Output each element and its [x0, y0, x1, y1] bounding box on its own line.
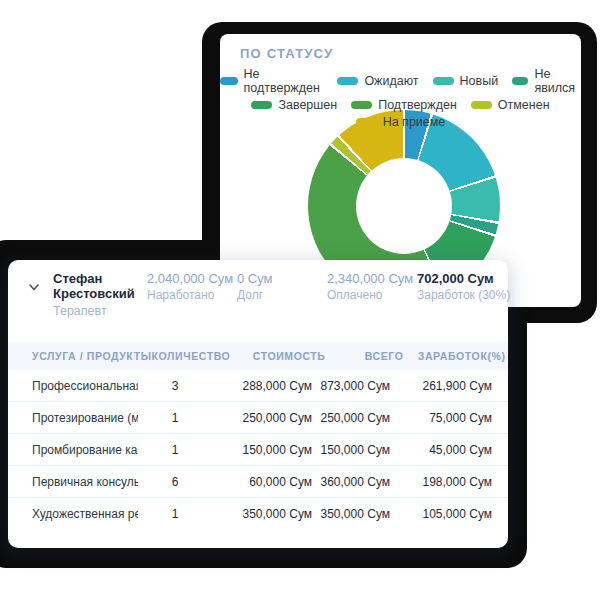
table-header: УСЛУГА / ПРОДУКТЫ КОЛИЧЕСТВО СТОИМОСТЬ В…: [8, 342, 508, 370]
legend-item[interactable]: На приеме: [356, 115, 446, 129]
doctor-summary-card: Стефан Крестовский Терапевт 2,040,000 Су…: [8, 260, 508, 548]
col-service: УСЛУГА / ПРОДУКТЫ: [32, 350, 152, 362]
stat-paid: 2,340,000 Сум Оплачено: [327, 271, 422, 302]
legend-item[interactable]: Подтвержден: [351, 98, 457, 112]
legend-swatch: [220, 77, 238, 85]
stat-earned: 2,040,000 Сум Наработано: [147, 271, 242, 302]
legend-item[interactable]: Не подтвержден: [220, 67, 323, 95]
status-card-title: ПО СТАТУСУ: [240, 46, 333, 61]
services-table: Профессиональная гигиена 3 288,000 Сум 8…: [8, 370, 508, 530]
col-price: СТОИМОСТЬ: [226, 350, 326, 362]
legend-item[interactable]: Завершен: [251, 98, 337, 112]
col-qty: КОЛИЧЕСТВО: [152, 350, 226, 362]
doctor-header-row[interactable]: Стефан Крестовский Терапевт 2,040,000 Су…: [8, 260, 508, 342]
legend-item[interactable]: Ожидают: [337, 67, 418, 95]
legend-swatch: [471, 101, 492, 109]
table-row[interactable]: Художественная реставрация Е… 1 350,000 …: [8, 498, 508, 530]
legend-swatch: [512, 77, 528, 85]
legend-swatch: [251, 101, 272, 109]
legend-swatch: [351, 101, 372, 109]
legend-item[interactable]: Новый: [433, 67, 499, 95]
stat-debt: 0 Сум Долг: [237, 271, 332, 302]
doctor-name-block: Стефан Крестовский Терапевт: [53, 271, 145, 318]
legend-swatch: [433, 77, 454, 85]
col-total: ВСЕГО: [326, 350, 404, 362]
doctor-role: Терапевт: [53, 304, 145, 318]
legend-item[interactable]: Не явился: [512, 67, 581, 95]
legend-swatch: [337, 77, 358, 85]
chart-legend: Не подтвержден Ожидают Новый Не явился З…: [220, 67, 581, 129]
collapse-row-button[interactable]: [24, 277, 44, 297]
table-row[interactable]: Первичная консультация специ… 6 60,000 С…: [8, 466, 508, 498]
donut-hole: [356, 158, 452, 254]
legend-item[interactable]: Отменен: [471, 98, 550, 112]
chevron-down-icon: [29, 284, 39, 291]
legend-swatch: [356, 118, 377, 126]
table-row[interactable]: Протезирование (металокерам… 1 250,000 С…: [8, 402, 508, 434]
stat-income: 702,000 Сум Заработок (30%): [417, 271, 512, 302]
col-earning: ЗАРАБОТОК(%): [404, 350, 506, 362]
table-row[interactable]: Профессиональная гигиена 3 288,000 Сум 8…: [8, 370, 508, 402]
doctor-name: Стефан Крестовский: [53, 271, 145, 301]
table-row[interactable]: Промбирование каналов (посто… 1 150,000 …: [8, 434, 508, 466]
